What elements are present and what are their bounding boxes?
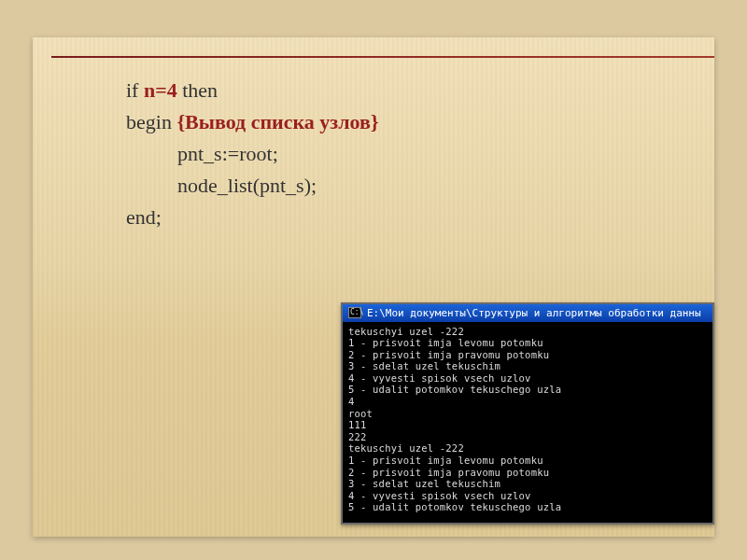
code-line-4: node_list(pnt_s);	[126, 170, 668, 202]
code-line-5: end;	[126, 202, 668, 233]
code-line-2: begin {Вывод списка узлов}	[126, 106, 668, 138]
code-text: if	[126, 78, 144, 102]
code-text: begin	[126, 110, 176, 133]
code-line-1: if n=4 then	[126, 75, 668, 106]
terminal-titlebar: C:\ E:\Мои документы\Структуры и алгорит…	[343, 304, 712, 322]
code-keyword: n=4	[144, 78, 177, 102]
terminal-window: C:\ E:\Мои документы\Структуры и алгорит…	[341, 302, 714, 525]
cmd-icon: C:\	[348, 307, 361, 318]
code-comment: {Вывод списка узлов}	[176, 110, 378, 133]
terminal-output: tekuschyi uzel -222 1 - prisvoit imja le…	[343, 322, 712, 524]
divider-rule	[51, 56, 714, 58]
code-block: if n=4 then begin {Вывод списка узлов} p…	[126, 75, 668, 233]
code-line-3: pnt_s:=root;	[126, 138, 668, 170]
code-text: then	[177, 78, 218, 102]
terminal-title-text: E:\Мои документы\Структуры и алгоритмы о…	[367, 307, 701, 319]
